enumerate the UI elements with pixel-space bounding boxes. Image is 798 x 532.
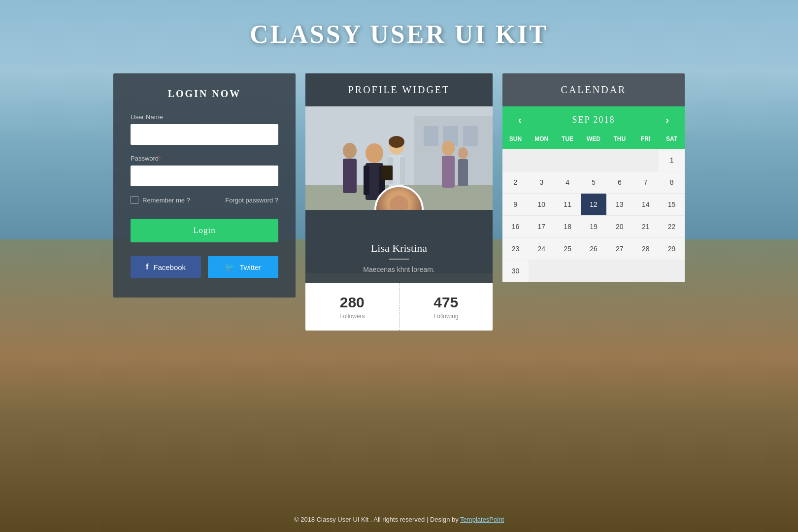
calendar-day-30[interactable]: 30 (502, 260, 529, 282)
username-label: User Name (131, 113, 278, 121)
svg-point-6 (366, 143, 383, 163)
facebook-icon: f (146, 263, 148, 271)
calendar-empty-cell (632, 260, 659, 282)
day-mon: MON (529, 133, 555, 144)
password-group: Password* (131, 155, 278, 186)
login-title: LOGIN NOW (131, 88, 278, 100)
twitter-icon: 🐦 (225, 263, 234, 272)
calendar-day-25[interactable]: 25 (555, 238, 581, 260)
username-input[interactable] (131, 124, 278, 145)
calendar-day-20[interactable]: 20 (606, 216, 632, 238)
calendar-day-21[interactable]: 21 (632, 216, 659, 238)
calendar-day-3[interactable]: 3 (529, 171, 555, 194)
profile-header-title: PROFILE WIDGET (305, 73, 493, 106)
calendar-day-8[interactable]: 8 (659, 171, 685, 194)
calendar-day-29[interactable]: 29 (659, 238, 685, 260)
svg-rect-13 (400, 157, 405, 184)
followers-label: Followers (310, 313, 394, 320)
calendar-day-6[interactable]: 6 (606, 171, 632, 194)
login-widget: LOGIN NOW User Name Password* Remember m… (113, 73, 296, 298)
calendar-widget: CALENDAR ‹ SEP 2018 › SUN MON TUE WED TH… (502, 73, 685, 282)
calendar-day-7[interactable]: 7 (632, 171, 659, 194)
svg-point-14 (389, 136, 404, 148)
calendar-day-19[interactable]: 19 (581, 216, 607, 238)
forgot-password-link[interactable]: Forgot password ? (225, 197, 278, 204)
calendar-empty-cell (632, 149, 659, 171)
facebook-label: Facebook (153, 263, 186, 271)
profile-cover (305, 106, 493, 210)
svg-point-17 (442, 141, 455, 156)
calendar-day-17[interactable]: 17 (529, 216, 555, 238)
twitter-button[interactable]: 🐦 Twitter (208, 256, 278, 278)
svg-rect-4 (463, 126, 478, 146)
widgets-row: LOGIN NOW User Name Password* Remember m… (79, 73, 719, 331)
month-year-label: SEP 2018 (572, 115, 615, 125)
password-label: Password* (131, 155, 278, 162)
calendar-day-16[interactable]: 16 (502, 216, 529, 238)
calendar-day-18[interactable]: 18 (555, 216, 581, 238)
facebook-button[interactable]: f Facebook (131, 256, 201, 278)
calendar-day-28[interactable]: 28 (632, 238, 659, 260)
following-label: Following (404, 313, 488, 320)
following-stat: 475 Following (399, 283, 493, 331)
calendar-day-15[interactable]: 15 (659, 194, 685, 216)
calendar-day-23[interactable]: 23 (502, 238, 529, 260)
calendar-empty-cell (659, 260, 685, 282)
calendar-day-11[interactable]: 11 (555, 194, 581, 216)
calendar-day-9[interactable]: 9 (502, 194, 529, 216)
login-button[interactable]: Login (131, 219, 278, 242)
following-count: 475 (404, 294, 488, 311)
profile-info: Lisa Kristina Maecenas khnt loream. (305, 210, 493, 273)
calendar-grid: 1234567891011121314151617181920212223242… (502, 149, 685, 282)
password-input[interactable] (131, 166, 278, 186)
svg-rect-21 (458, 159, 468, 186)
calendar-empty-cell (606, 149, 632, 171)
calendar-day-13[interactable]: 13 (606, 194, 632, 216)
remember-label: Remember me ? (142, 197, 190, 204)
calendar-empty-cell (502, 149, 529, 171)
day-sat: SAT (659, 133, 685, 144)
svg-point-15 (343, 143, 357, 159)
profile-bio: Maecenas khnt loream. (320, 266, 478, 273)
prev-month-button[interactable]: ‹ (514, 114, 526, 126)
profile-name: Lisa Kristina (320, 242, 478, 255)
calendar-day-2[interactable]: 2 (502, 171, 529, 194)
remember-checkbox[interactable] (131, 196, 138, 204)
calendar-day-1[interactable]: 1 (659, 149, 685, 171)
profile-stats: 280 Followers 475 Following (305, 283, 493, 331)
calendar-day-26[interactable]: 26 (581, 238, 607, 260)
calendar-day-4[interactable]: 4 (555, 171, 581, 194)
calendar-empty-cell (529, 260, 555, 282)
calendar-day-5[interactable]: 5 (581, 171, 607, 194)
social-buttons: f Facebook 🐦 Twitter (131, 256, 278, 278)
calendar-days-header: SUN MON TUE WED THU FRI SAT (502, 133, 685, 149)
day-fri: FRI (632, 133, 659, 144)
twitter-label: Twitter (239, 263, 261, 271)
svg-point-20 (458, 147, 468, 159)
calendar-day-24[interactable]: 24 (529, 238, 555, 260)
calendar-empty-cell (555, 149, 581, 171)
followers-stat: 280 Followers (305, 283, 399, 331)
avatar (374, 185, 424, 210)
remember-row: Remember me ? Forgot password ? (131, 196, 278, 204)
day-sun: SUN (502, 133, 529, 144)
calendar-empty-cell (581, 260, 607, 282)
calendar-day-27[interactable]: 27 (606, 238, 632, 260)
calendar-day-12[interactable]: 12 (581, 194, 607, 216)
calendar-day-22[interactable]: 22 (659, 216, 685, 238)
next-month-button[interactable]: › (662, 114, 673, 126)
profile-divider (389, 259, 409, 260)
day-thu: THU (606, 133, 632, 144)
page-title: CLASSY USER UI KIT (250, 20, 548, 49)
calendar-empty-cell (529, 149, 555, 171)
calendar-empty-cell (606, 260, 632, 282)
calendar-day-14[interactable]: 14 (632, 194, 659, 216)
calendar-title: CALENDAR (502, 73, 685, 106)
day-tue: TUE (555, 133, 581, 144)
calendar-day-10[interactable]: 10 (529, 194, 555, 216)
calendar-empty-cell (581, 149, 607, 171)
calendar-nav: ‹ SEP 2018 › (502, 106, 685, 133)
svg-rect-19 (381, 166, 393, 180)
svg-rect-16 (343, 159, 357, 193)
followers-count: 280 (310, 294, 394, 311)
